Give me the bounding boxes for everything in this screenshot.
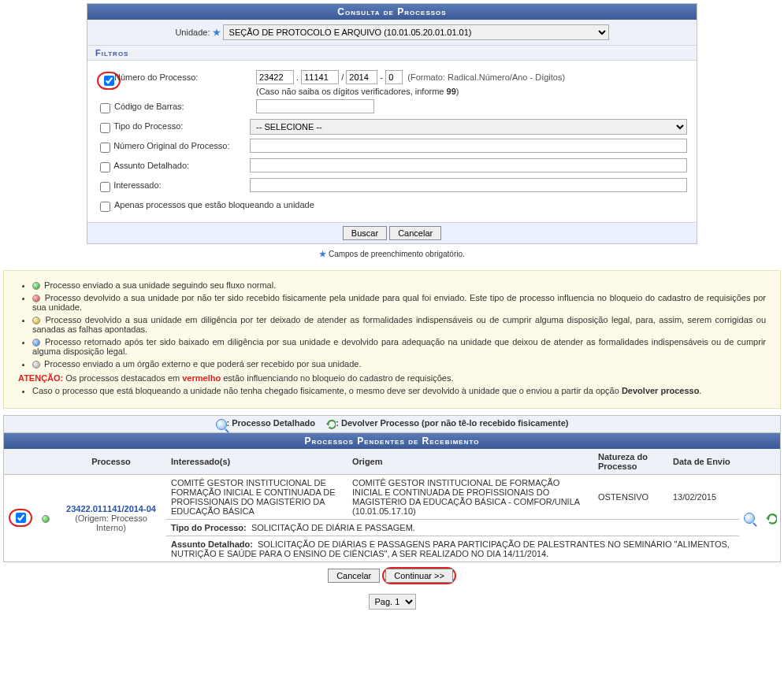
row-natureza: OSTENSIVO [593, 474, 668, 519]
interessado-checkbox[interactable] [100, 182, 110, 192]
row-tipo-value: SOLICITAÇÃO DE DIÁRIA E PASSAGEM. [251, 523, 415, 532]
status-dot-red-icon [32, 295, 40, 302]
col-origem: Origem [347, 449, 593, 475]
bloqueando-checkbox[interactable] [100, 202, 110, 212]
row-tipo-label: Tipo do Processo: [171, 523, 247, 532]
table-row: 23422.011141/2014-04 (Origem: Processo I… [4, 474, 781, 519]
interessado-input[interactable] [250, 178, 687, 192]
numero-numero-input[interactable] [301, 70, 339, 84]
interessado-label: Interessado: [113, 178, 250, 190]
numero-original-input[interactable] [250, 139, 687, 153]
numero-processo-checkbox[interactable] [104, 76, 114, 86]
cancelar-button[interactable]: Cancelar [389, 226, 441, 240]
numero-hint-post: ) [456, 87, 459, 96]
assunto-label: Assunto Detalhado: [113, 158, 250, 170]
undo-arrow-icon[interactable] [764, 513, 775, 524]
numero-digitos-input[interactable] [385, 70, 403, 84]
atencao-word: vermelho [182, 373, 221, 383]
panel-title: Consulta de Processos [87, 4, 697, 20]
assunto-input[interactable] [250, 158, 687, 172]
row-data: 13/02/2015 [668, 474, 739, 519]
required-star-icon: ★ [319, 250, 326, 258]
continuar-button[interactable]: Continuar >> [385, 569, 453, 583]
row-assunto-value: SOLICITAÇÃO DE DIÁRIAS E PASSAGENS PARA … [171, 539, 730, 558]
legend-yellow: Processo devolvido a sua unidade em dili… [32, 315, 766, 334]
unidade-label: Unidade: [175, 28, 210, 37]
atencao-post: estão influenciando no bloqueio do cadas… [221, 373, 453, 383]
bloqueando-label: Apenas processos que estão bloqueando a … [114, 198, 314, 209]
atencao-label: ATENÇÃO: [18, 373, 63, 383]
table-title: Processos Pendentes de Recebimento [4, 433, 781, 449]
row-origem: COMITÊ GESTOR INSTITUCIONAL DE FORMAÇÃO … [347, 474, 593, 519]
numero-original-checkbox[interactable] [100, 143, 110, 153]
numero-format-hint: (Formato: Radical.Número/Ano - Dígitos) [407, 72, 565, 82]
buscar-button[interactable]: Buscar [343, 226, 387, 240]
legend-bullet2-pre: Caso o processo que está bloqueando a un… [32, 386, 622, 395]
undo-arrow-icon [325, 419, 336, 430]
row-origem-small: (Origem: Processo Interno) [61, 513, 162, 532]
status-dot-grey-icon [32, 361, 40, 369]
tipo-processo-select[interactable]: -- SELECIONE -- [250, 119, 687, 135]
row-select-checkbox[interactable] [16, 513, 26, 523]
row-interessado: COMITÊ GESTOR INSTITUCIONAL DE FORMAÇÃO … [166, 474, 347, 519]
legend-box: Processo enviado a sua unidade seguindo … [3, 270, 781, 409]
codigo-barras-checkbox[interactable] [100, 103, 110, 113]
status-dot-yellow-icon [32, 317, 40, 324]
numero-radical-input[interactable] [256, 70, 294, 84]
magnifier-icon [216, 419, 227, 430]
legend-bullet2-bold: Devolver processo [622, 386, 699, 395]
unidade-select[interactable]: SEÇÃO DE PROTOCOLO E ARQUIVO (10.01.05.2… [223, 24, 609, 40]
col-processo: Processo [56, 449, 166, 475]
col-interessado: Interessado(s) [166, 449, 347, 475]
status-dot-green-icon [42, 515, 50, 523]
filtros-header: Filtros [87, 46, 697, 61]
row-assunto-label: Assunto Detalhado: [171, 539, 253, 549]
status-dot-blue-icon [32, 339, 40, 347]
legend-bullet2-post: . [699, 386, 701, 395]
col-natureza: Natureza do Processo [593, 449, 668, 475]
iconbar-detalhado: : Processo Detalhado [227, 418, 315, 428]
required-star-icon: ★ [213, 28, 221, 37]
codigo-barras-label: Código de Barras: [114, 99, 256, 111]
atencao-pre: Os processos destacados em [63, 373, 182, 383]
numero-original-label: Número Original do Processo: [113, 139, 250, 150]
numero-processo-label: Número do Processo: [114, 70, 256, 82]
pagination-select[interactable]: Pag. 1 [369, 594, 416, 610]
numero-ano-input[interactable] [346, 70, 377, 84]
cancelar-button[interactable]: Cancelar [328, 569, 380, 583]
required-note: Campos de preenchimento obrigatório. [329, 250, 465, 258]
numero-hint-bold: 99 [447, 87, 456, 96]
legend-blue: Processo retornado após ter sido baixado… [32, 337, 766, 356]
numero-hint-pre: (Caso não saiba os dígitos verificadores… [256, 87, 447, 96]
magnifier-icon[interactable] [744, 513, 755, 524]
tipo-processo-checkbox[interactable] [100, 123, 110, 133]
legend-green: Processo enviado a sua unidade seguindo … [44, 280, 276, 290]
legend-grey: Processo enviado a um órgão externo e qu… [44, 359, 361, 369]
row-numero[interactable]: 23422.011141/2014-04 [61, 504, 162, 513]
col-data: Data de Envio [668, 449, 739, 475]
codigo-barras-input[interactable] [256, 99, 374, 113]
iconbar-devolver: : Devolver Processo (por não tê-lo receb… [336, 418, 568, 428]
legend-red: Processo devolvido a sua unidade por não… [32, 293, 766, 312]
status-dot-green-icon [32, 282, 40, 290]
assunto-checkbox[interactable] [100, 162, 110, 172]
tipo-processo-label: Tipo do Processo: [113, 119, 250, 131]
